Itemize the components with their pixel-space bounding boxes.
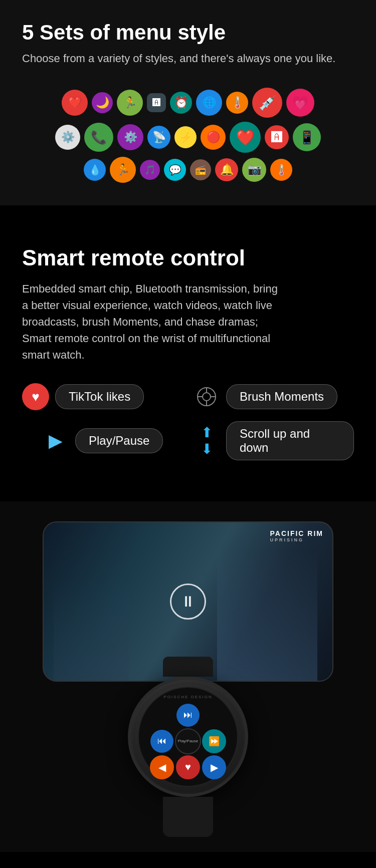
menu-style-section: 5 Sets of menu style Choose from a varie… xyxy=(0,0,376,205)
feature-play: ▶ Play/Pause xyxy=(22,421,183,460)
feature-tiktok: ♥ TikTok likes xyxy=(22,383,183,410)
app-icon: 💉 xyxy=(252,88,282,118)
watch-face: POISCHE OESIGN ⏭ ⏮ Play/Pause ⏩ ◀ ♥ xyxy=(138,687,238,787)
watch-like-btn: ♥ xyxy=(176,755,200,779)
feature-moments: Brush Moments xyxy=(193,383,354,410)
app-icon: 💧 xyxy=(84,159,106,181)
app-icon: ⚙️ xyxy=(117,124,143,150)
menu-style-title: 5 Sets of menu style xyxy=(22,20,354,45)
moments-label: Brush Moments xyxy=(226,384,337,409)
tiktok-label: TikTok likes xyxy=(55,384,144,409)
app-icon: ❤️ xyxy=(62,90,88,116)
menu-style-subtitle: Choose from a variety of styles, and the… xyxy=(22,52,354,65)
pacific-rim-text: PACIFIC RIM xyxy=(270,529,323,537)
pause-button: ⏸ xyxy=(170,584,206,620)
section-divider xyxy=(0,205,376,220)
app-icon: ⏰ xyxy=(170,92,192,114)
app-icon: 🏃 xyxy=(110,157,136,183)
movie-title: PACIFIC RIM UPRISING xyxy=(270,529,323,542)
app-icon: 🏃 xyxy=(117,90,143,116)
app-icon: ❤️ xyxy=(230,122,261,153)
play-pause-label: Play/Pause xyxy=(178,739,198,743)
voice-assistant-section: Voice assistant Make phone calls, check … xyxy=(0,862,376,868)
app-icon: 🔔 xyxy=(215,158,238,181)
smart-remote-title: Smart remote control xyxy=(22,245,354,270)
play-icon: ▶ xyxy=(42,427,69,454)
app-icon: 🌙 xyxy=(92,92,113,113)
app-icons-cluster: ❤️ 🌙 🏃 🅰 ⏰ 🌐 🌡️ 💉 💗 ⚙️ 📞 ⚙️ 📡 ⚡ 🔴 ❤️ 🅰 📱… xyxy=(22,80,354,190)
watch-strap-bottom xyxy=(163,797,213,837)
watch-center-btn: Play/Pause xyxy=(175,728,201,754)
feature-scroll: ⬆⬇ Scroll up and down xyxy=(193,421,354,460)
app-icon: 🅰 xyxy=(265,125,289,149)
heart-icon: ♥ xyxy=(22,383,49,410)
app-icon: 🅰 xyxy=(147,93,166,112)
watch-body: POISCHE OESIGN ⏭ ⏮ Play/Pause ⏩ ◀ ♥ xyxy=(128,677,248,797)
watch-forward-btn: ⏩ xyxy=(202,729,226,753)
watch-controls: ⏭ ⏮ Play/Pause ⏩ ◀ ♥ ▶ xyxy=(150,703,226,779)
watch-back-btn: ◀ xyxy=(150,755,174,779)
app-icon: 📞 xyxy=(84,123,113,152)
watch-prev-btn: ⏮ xyxy=(150,730,173,753)
svg-point-1 xyxy=(203,393,211,401)
app-icon: 📷 xyxy=(242,158,266,182)
app-icon: 💬 xyxy=(164,159,186,181)
app-icon: ⚡ xyxy=(174,126,197,148)
app-icon: 🎵 xyxy=(140,160,160,180)
features-grid: ♥ TikTok likes Brush Moments ▶ Play/Paus… xyxy=(22,383,354,471)
app-icon: 💗 xyxy=(286,89,314,117)
smart-remote-section: Smart remote control Embedded smart chip… xyxy=(0,220,376,501)
play-label: Play/Pause xyxy=(75,428,163,453)
scroll-label: Scroll up and down xyxy=(226,421,354,460)
watch-wrapper: POISCHE OESIGN ⏭ ⏮ Play/Pause ⏩ ◀ ♥ xyxy=(128,657,248,837)
app-icon: 🌐 xyxy=(196,90,222,116)
smart-remote-desc: Embedded smart chip, Bluetooth transmiss… xyxy=(22,280,283,363)
moments-icon xyxy=(193,383,220,410)
scroll-icon: ⬆⬇ xyxy=(193,427,220,454)
uprising-text: UPRISING xyxy=(270,537,323,542)
watch-strap-top xyxy=(163,657,213,677)
media-watch-section: PACIFIC RIM UPRISING ⏸ POISCHE OESIGN ⏭ xyxy=(0,501,376,852)
section-divider-2 xyxy=(0,852,376,862)
app-icon: 📻 xyxy=(190,159,211,180)
app-icon: ⚙️ xyxy=(55,125,80,150)
watch-right-btn: ▶ xyxy=(202,755,226,779)
app-icon: 🌡️ xyxy=(226,92,248,114)
app-icon: 📱 xyxy=(293,123,321,151)
app-icon: 📡 xyxy=(147,126,170,149)
watch-brand: POISCHE OESIGN xyxy=(163,695,212,699)
app-icon: 🌡️ xyxy=(270,159,292,181)
watch-next-btn: ⏭ xyxy=(176,704,200,727)
app-icon: 🔴 xyxy=(201,125,226,150)
